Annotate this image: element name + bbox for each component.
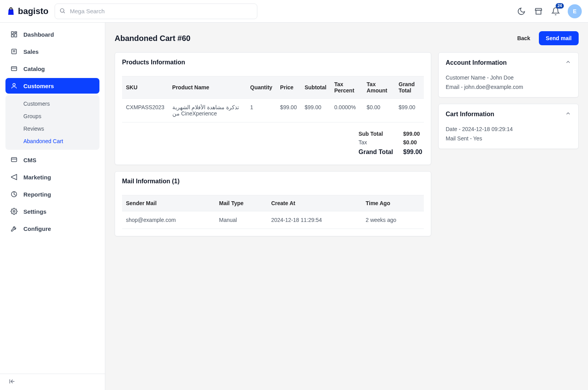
svg-point-0 xyxy=(60,9,64,12)
sidebar-item-label: Marketing xyxy=(23,174,51,181)
tax-row: Tax $0.00 xyxy=(358,138,422,147)
subnav-reviews[interactable]: Reviews xyxy=(5,122,99,135)
svg-line-1 xyxy=(64,12,65,13)
sidebar-item-label: Reporting xyxy=(23,191,51,198)
products-table: SKU Product Name Quantity Price Subtotal… xyxy=(122,76,424,122)
send-mail-button[interactable]: Send mail xyxy=(539,31,579,45)
customer-name-line: Customer Name - John Doe xyxy=(446,73,571,82)
cell-grand: $99.00 xyxy=(395,99,424,122)
products-card: Products Information SKU Product Name Qu… xyxy=(115,52,431,165)
sidebar-item-cms[interactable]: CMS xyxy=(5,152,99,168)
settings-icon xyxy=(10,207,18,215)
col-sku: SKU xyxy=(122,76,168,99)
table-row: shop@example.com Manual 2024-12-18 11:29… xyxy=(122,211,424,229)
col-ago: Time Ago xyxy=(362,195,424,211)
subtotal-label: Sub Total xyxy=(358,129,403,138)
search-wrap xyxy=(55,4,257,19)
cell-tax-amt: $0.00 xyxy=(363,99,395,122)
sidebar-collapse-button[interactable] xyxy=(0,374,105,390)
col-tax-pct: Tax Percent xyxy=(330,76,363,99)
subnav-groups[interactable]: Groups xyxy=(5,110,99,122)
svg-rect-5 xyxy=(11,67,17,71)
topbar: bagisto 24 E xyxy=(0,0,588,23)
cell-qty: 1 xyxy=(246,99,276,122)
sidebar-item-catalog[interactable]: Catalog xyxy=(5,61,99,76)
subnav-customers[interactable]: Customers xyxy=(5,98,99,110)
totals-block: Sub Total $99.00 Tax $0.00 Grand Total $… xyxy=(122,122,424,158)
subtotal-value: $99.00 xyxy=(403,129,422,138)
svg-rect-8 xyxy=(11,158,17,162)
cell-sku: CXMPASS2023 xyxy=(122,99,168,122)
cart-info-heading[interactable]: Cart Information xyxy=(439,104,578,124)
back-link[interactable]: Back xyxy=(517,35,530,41)
page-actions: Back Send mail xyxy=(517,31,579,45)
cell-sender: shop@example.com xyxy=(122,211,215,229)
tax-value: $0.00 xyxy=(403,138,422,147)
cart-date-line: Date - 2024-12-18 09:29:14 xyxy=(446,124,571,134)
cart-mail-sent-line: Mail Sent - Yes xyxy=(446,134,571,143)
sidebar-item-settings[interactable]: Settings xyxy=(5,204,99,219)
sidebar-item-label: Catalog xyxy=(23,66,45,72)
cms-icon xyxy=(10,156,18,164)
customers-icon xyxy=(10,82,18,90)
sidebar-item-customers[interactable]: Customers xyxy=(5,78,99,94)
col-subtotal: Subtotal xyxy=(301,76,330,99)
cell-created: 2024-12-18 11:29:54 xyxy=(267,211,361,229)
customers-subnav: Customers Groups Reviews Abandoned Cart xyxy=(5,95,99,150)
cart-info-card: Cart Information Date - 2024-12-18 09:29… xyxy=(438,104,579,149)
brand-logo[interactable]: bagisto xyxy=(6,6,48,16)
marketing-icon xyxy=(10,173,18,181)
cell-price: $99.00 xyxy=(276,99,301,122)
svg-point-11 xyxy=(13,211,15,213)
grand-label: Grand Total xyxy=(358,147,403,158)
col-tax-amt: Tax Amount xyxy=(363,76,395,99)
col-sender: Sender Mail xyxy=(122,195,215,211)
account-heading[interactable]: Account Information xyxy=(439,53,578,73)
page-title: Abandoned Cart #60 xyxy=(115,34,190,43)
table-header-row: Sender Mail Mail Type Create At Time Ago xyxy=(122,195,424,211)
cell-subtotal: $99.00 xyxy=(301,99,330,122)
sidebar-item-label: CMS xyxy=(23,157,36,163)
sidebar-item-marketing[interactable]: Marketing xyxy=(5,169,99,185)
store-icon[interactable] xyxy=(533,6,544,16)
svg-point-7 xyxy=(13,83,15,86)
content: Abandoned Cart #60 Back Send mail Produc… xyxy=(105,23,588,390)
configure-icon xyxy=(10,225,18,232)
col-qty: Quantity xyxy=(246,76,276,99)
sidebar-item-dashboard[interactable]: Dashboard xyxy=(5,27,99,42)
col-grand: Grand Total xyxy=(395,76,424,99)
subnav-abandoned-cart[interactable]: Abandoned Cart xyxy=(5,135,99,147)
mail-heading: Mail Information (1) xyxy=(115,172,431,191)
col-price: Price xyxy=(276,76,301,99)
dark-mode-icon[interactable] xyxy=(516,6,526,16)
table-header-row: SKU Product Name Quantity Price Subtotal… xyxy=(122,76,424,99)
col-created: Create At xyxy=(267,195,361,211)
collapse-icon xyxy=(9,378,16,386)
reporting-icon xyxy=(10,190,18,198)
sidebar-item-configure[interactable]: Configure xyxy=(5,221,99,236)
sidebar-item-label: Customers xyxy=(23,83,54,89)
page-header: Abandoned Cart #60 Back Send mail xyxy=(115,31,579,45)
cell-name: تذكرة مشاهدة الأفلام الشهرية من CineXper… xyxy=(168,99,246,122)
avatar[interactable]: E xyxy=(568,4,582,18)
sidebar-item-label: Sales xyxy=(23,48,39,55)
col-type: Mail Type xyxy=(215,195,267,211)
chevron-up-icon[interactable] xyxy=(565,59,571,67)
search-icon xyxy=(59,7,66,15)
tax-label: Tax xyxy=(358,138,403,147)
bell-icon[interactable]: 24 xyxy=(551,6,561,16)
bag-icon xyxy=(6,7,16,16)
brand-name: bagisto xyxy=(18,6,48,16)
sidebar-item-reporting[interactable]: Reporting xyxy=(5,186,99,202)
mail-table: Sender Mail Mail Type Create At Time Ago… xyxy=(122,195,424,229)
mail-card: Mail Information (1) Sender Mail Mail Ty… xyxy=(115,171,431,236)
chevron-up-icon[interactable] xyxy=(565,110,571,118)
search-input[interactable] xyxy=(55,4,257,19)
sidebar: Dashboard Sales Catalog Customers Custom… xyxy=(0,23,105,390)
catalog-icon xyxy=(10,65,18,73)
cart-info-body: Date - 2024-12-18 09:29:14 Mail Sent - Y… xyxy=(439,124,578,149)
grand-value: $99.00 xyxy=(403,147,422,158)
sidebar-item-sales[interactable]: Sales xyxy=(5,44,99,59)
col-name: Product Name xyxy=(168,76,246,99)
topbar-actions: 24 E xyxy=(516,4,582,18)
